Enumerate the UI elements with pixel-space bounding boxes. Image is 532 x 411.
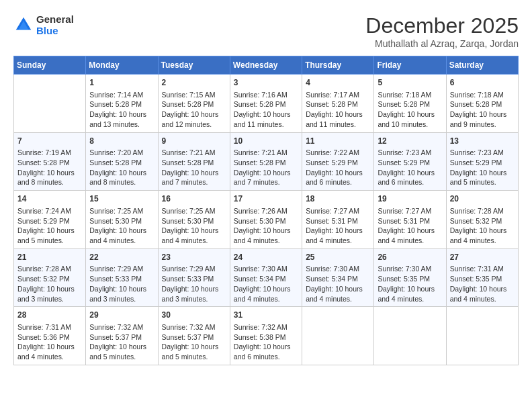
day-number: 18 (306, 193, 370, 205)
calendar-cell: 18Sunrise: 7:27 AMSunset: 5:31 PMDayligh… (302, 191, 374, 249)
day-number: 23 (162, 252, 226, 263)
day-info: and 3 minutes. (162, 294, 226, 304)
day-info: Sunset: 5:30 PM (89, 216, 154, 226)
calendar-cell: 11Sunrise: 7:22 AMSunset: 5:29 PMDayligh… (302, 132, 374, 191)
week-row-2: 14Sunrise: 7:24 AMSunset: 5:29 PMDayligh… (14, 191, 519, 249)
day-number: 7 (17, 136, 82, 147)
day-info: Sunrise: 7:27 AM (378, 206, 442, 216)
day-info: Sunset: 5:28 PM (234, 158, 298, 168)
day-number: 12 (378, 136, 442, 147)
day-info: and 13 minutes. (89, 120, 154, 130)
day-info: Sunrise: 7:25 AM (89, 206, 154, 216)
day-info: Daylight: 10 hours (89, 109, 154, 120)
day-number: 8 (89, 136, 154, 147)
day-info: Daylight: 10 hours (234, 109, 298, 120)
day-info: Daylight: 10 hours (234, 284, 298, 294)
header-thursday: Thursday (302, 56, 374, 75)
day-info: Daylight: 10 hours (306, 284, 370, 294)
day-info: Sunset: 5:37 PM (89, 332, 154, 342)
day-info: Daylight: 10 hours (450, 109, 515, 120)
day-info: Sunrise: 7:18 AM (378, 90, 442, 100)
day-info: Daylight: 10 hours (89, 284, 154, 294)
day-info: Sunset: 5:33 PM (89, 274, 154, 284)
day-number: 20 (450, 193, 515, 205)
day-info: and 8 minutes. (89, 177, 154, 187)
day-info: Sunset: 5:28 PM (450, 99, 515, 109)
day-info: Daylight: 10 hours (306, 226, 370, 236)
day-info: Sunset: 5:28 PM (89, 158, 154, 168)
day-info: Sunset: 5:30 PM (162, 216, 226, 226)
day-info: Daylight: 10 hours (378, 109, 442, 120)
day-info: Sunrise: 7:28 AM (450, 206, 515, 216)
day-info: Sunrise: 7:22 AM (306, 148, 370, 158)
calendar-cell: 8Sunrise: 7:20 AMSunset: 5:28 PMDaylight… (86, 132, 158, 191)
logo-text: General Blue (36, 13, 74, 36)
header-friday: Friday (374, 56, 446, 75)
month-title: December 2025 (365, 13, 519, 38)
header-monday: Monday (86, 56, 158, 75)
header-tuesday: Tuesday (158, 56, 230, 75)
day-info: Sunrise: 7:29 AM (89, 264, 154, 274)
week-row-4: 28Sunrise: 7:31 AMSunset: 5:36 PMDayligh… (14, 307, 519, 365)
calendar-cell: 14Sunrise: 7:24 AMSunset: 5:29 PMDayligh… (14, 191, 86, 249)
day-info: Sunrise: 7:19 AM (17, 148, 82, 158)
day-number: 5 (378, 77, 442, 89)
day-info: and 4 minutes. (234, 294, 298, 304)
day-info: Daylight: 10 hours (162, 284, 226, 294)
day-info: and 4 minutes. (450, 236, 515, 246)
day-info: and 4 minutes. (234, 236, 298, 246)
calendar-cell: 28Sunrise: 7:31 AMSunset: 5:36 PMDayligh… (14, 307, 86, 365)
day-info: Sunset: 5:28 PM (162, 99, 226, 109)
week-row-0: 1Sunrise: 7:14 AMSunset: 5:28 PMDaylight… (14, 75, 519, 133)
day-info: Sunset: 5:28 PM (89, 99, 154, 109)
day-info: Sunset: 5:28 PM (306, 99, 370, 109)
day-number: 29 (89, 310, 154, 321)
calendar-cell: 23Sunrise: 7:29 AMSunset: 5:33 PMDayligh… (158, 248, 230, 307)
day-info: Sunset: 5:32 PM (17, 274, 82, 284)
day-info: Sunrise: 7:32 AM (234, 322, 298, 332)
day-info: Daylight: 10 hours (378, 226, 442, 236)
day-number: 16 (162, 193, 226, 205)
calendar-cell: 7Sunrise: 7:19 AMSunset: 5:28 PMDaylight… (14, 132, 86, 191)
day-info: Sunrise: 7:27 AM (306, 206, 370, 216)
calendar-cell: 10Sunrise: 7:21 AMSunset: 5:28 PMDayligh… (230, 132, 302, 191)
day-info: Daylight: 10 hours (378, 168, 442, 178)
day-info: and 4 minutes. (89, 236, 154, 246)
day-info: Sunset: 5:28 PM (234, 99, 298, 109)
day-info: Sunrise: 7:21 AM (234, 148, 298, 158)
day-info: Daylight: 10 hours (17, 284, 82, 294)
calendar-cell (302, 307, 374, 365)
location-title: Muthallath al Azraq, Zarqa, Jordan (365, 38, 519, 49)
header-sunday: Sunday (14, 56, 86, 75)
day-info: Daylight: 10 hours (89, 168, 154, 178)
day-number: 4 (306, 77, 370, 89)
logo: General Blue (13, 13, 74, 36)
calendar-cell: 24Sunrise: 7:30 AMSunset: 5:34 PMDayligh… (230, 248, 302, 307)
day-info: Daylight: 10 hours (234, 342, 298, 352)
day-number: 31 (234, 310, 298, 321)
day-info: Sunrise: 7:29 AM (162, 264, 226, 274)
calendar-cell: 27Sunrise: 7:31 AMSunset: 5:35 PMDayligh… (446, 248, 518, 307)
day-info: Sunset: 5:31 PM (306, 216, 370, 226)
day-number: 11 (306, 136, 370, 147)
day-number: 21 (17, 252, 82, 263)
day-info: Sunrise: 7:20 AM (89, 148, 154, 158)
week-row-3: 21Sunrise: 7:28 AMSunset: 5:32 PMDayligh… (14, 248, 519, 307)
day-info: Sunrise: 7:28 AM (17, 264, 82, 274)
day-info: and 4 minutes. (306, 236, 370, 246)
day-info: Sunrise: 7:31 AM (450, 264, 515, 274)
calendar-cell: 6Sunrise: 7:18 AMSunset: 5:28 PMDaylight… (446, 75, 518, 133)
day-info: and 4 minutes. (162, 236, 226, 246)
day-info: and 5 minutes. (89, 352, 154, 362)
day-number: 24 (234, 252, 298, 263)
day-info: Sunrise: 7:24 AM (17, 206, 82, 216)
calendar-cell: 16Sunrise: 7:25 AMSunset: 5:30 PMDayligh… (158, 191, 230, 249)
day-number: 2 (162, 77, 226, 89)
logo-icon (13, 15, 34, 35)
header-wednesday: Wednesday (230, 56, 302, 75)
day-info: Daylight: 10 hours (162, 342, 226, 352)
day-number: 27 (450, 252, 515, 263)
calendar-header-row: SundayMondayTuesdayWednesdayThursdayFrid… (14, 56, 519, 75)
calendar-cell: 17Sunrise: 7:26 AMSunset: 5:30 PMDayligh… (230, 191, 302, 249)
day-info: Sunrise: 7:32 AM (162, 322, 226, 332)
